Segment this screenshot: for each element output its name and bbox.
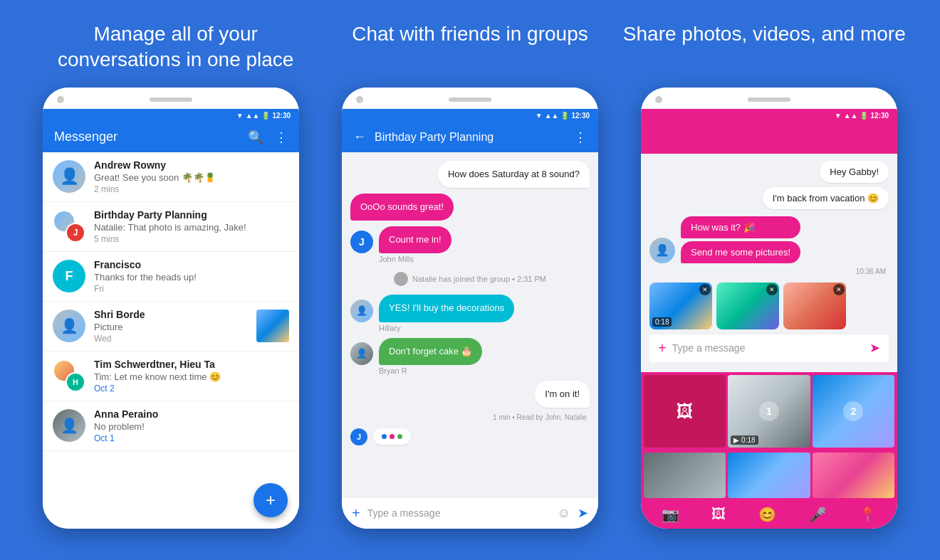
status-icons-3: ▼ ▲▲ 🔋 12:30 <box>835 112 889 120</box>
conv-info-anna: Anna Peraino No problem! Oct 1 <box>94 408 289 443</box>
gallery-row-2 <box>641 450 897 500</box>
media-thumb-2[interactable]: ✕ <box>716 282 779 329</box>
gallery-cell-5[interactable] <box>813 453 894 498</box>
conv-time: Wed <box>94 334 248 344</box>
gallery-cell-4[interactable] <box>728 453 810 498</box>
search-icon[interactable]: 🔍 <box>248 130 263 145</box>
location-icon[interactable]: 📍 <box>859 506 877 523</box>
chat-title: Birthday Party Planning <box>375 131 565 144</box>
gallery-cell-3[interactable] <box>644 453 726 498</box>
media-attachments: ✕ 0:18 ✕ ✕ <box>649 282 889 329</box>
clock: 12:30 <box>272 112 291 120</box>
msg-text: Don't forget cake 🎂 <box>379 338 482 365</box>
timestamp-3: 10:36 AM <box>649 268 889 275</box>
phones-section: ▼ ▲▲ 🔋 12:30 Messenger 🔍 ⋮ 👤 Andrew Row <box>0 88 940 560</box>
gallery-icon[interactable]: 🖼 <box>711 506 726 522</box>
msg-text: OoOo sounds great! <box>350 194 454 221</box>
msg-text: YES! I'll buy the decorations <box>379 295 514 322</box>
msg-text: I'm on it! <box>535 381 590 408</box>
add-icon-3[interactable]: + <box>658 340 667 356</box>
signal-icon: ▲▲ <box>246 112 260 120</box>
conv-item-francisco[interactable]: F Francisco Thanks for the heads up! Fri <box>43 252 299 302</box>
conv-name: Anna Peraino <box>94 408 289 420</box>
remove-media-3[interactable]: ✕ <box>833 284 845 295</box>
read-receipt: 1 min • Read by John, Natalie <box>350 413 590 421</box>
system-avatar <box>394 272 408 286</box>
mic-icon[interactable]: 🎤 <box>809 506 827 523</box>
camera-icon[interactable]: 📷 <box>662 506 679 523</box>
chat-messages-3: Hey Gabby! I'm back from vacation 😊 👤 Ho… <box>641 154 897 372</box>
msg-avatar-gabby: 👤 <box>649 238 675 263</box>
back-arrow[interactable]: ← <box>353 130 366 144</box>
camera-dot-3 <box>655 96 662 103</box>
msg-on-it: I'm on it! <box>350 381 590 408</box>
dot-3 <box>397 434 402 439</box>
phone-3-top <box>641 88 897 109</box>
gallery-duration-1: ▶ 0:18 <box>731 435 758 445</box>
msg-hey-gabby: Hey Gabby! <box>649 161 889 183</box>
msg-count-me-in: J Count me in! John Mills <box>350 226 590 263</box>
conv-time: Fri <box>94 284 289 294</box>
gif-icon[interactable]: 😊 <box>758 506 776 523</box>
camera-dot-2 <box>356 96 363 103</box>
media-thumb-1[interactable]: ✕ 0:18 <box>649 282 712 329</box>
emoji-icon[interactable]: ☺ <box>558 506 570 521</box>
conv-time: 2 mins <box>94 184 289 194</box>
conv-preview: Tim: Let me know next time 😊 <box>94 371 289 382</box>
input-bar-3: + Type a message ➤ <box>649 334 889 362</box>
clock-2: 12:30 <box>571 112 590 120</box>
add-icon[interactable]: + <box>352 505 360 522</box>
headline-3: Share photos, videos, and more <box>619 21 910 73</box>
conv-preview: No problem! <box>94 421 289 432</box>
phone-1: ▼ ▲▲ 🔋 12:30 Messenger 🔍 ⋮ 👤 Andrew Row <box>43 88 299 529</box>
input-placeholder-3[interactable]: Type a message <box>672 342 864 354</box>
gallery-num-1: 1 <box>759 401 779 421</box>
send-icon[interactable]: ➤ <box>578 505 588 521</box>
remove-media-2[interactable]: ✕ <box>766 284 778 295</box>
sender-name: Bryan R <box>379 366 590 375</box>
msg-text: I'm back from vacation 😊 <box>763 187 889 209</box>
conv-item-tim[interactable]: H Tim Schwerdtner, Hieu Ta Tim: Let me k… <box>43 352 299 401</box>
remove-media-1[interactable]: ✕ <box>699 284 711 295</box>
headline-1: Manage all of your conversations in one … <box>30 21 321 73</box>
conv-item-andrew[interactable]: 👤 Andrew Rowny Great! See you soon 🌴🌴🍍 2… <box>43 152 299 202</box>
conv-name: Shri Borde <box>94 309 248 320</box>
conv-item-shri[interactable]: 👤 Shri Borde Picture Wed <box>43 302 299 352</box>
header-icons: 🔍 ⋮ <box>248 130 288 145</box>
chat-more-icon[interactable]: ⋮ <box>574 130 587 145</box>
conv-name: Birthday Party Planning <box>94 209 289 221</box>
conv-preview: Natalie: That photo is amazing, Jake! <box>94 222 289 233</box>
battery-icon-2: 🔋 <box>560 112 569 120</box>
chat-input-placeholder[interactable]: Type a message <box>367 507 550 519</box>
conv-time: 5 mins <box>94 234 289 244</box>
avatar-anna: 👤 <box>53 409 85 442</box>
conv-info-tim: Tim Schwerdtner, Hieu Ta Tim: Let me kno… <box>94 359 289 393</box>
send-icon-3[interactable]: ➤ <box>870 340 880 356</box>
msg-saturday: How does Saturday at 8 sound? <box>350 161 590 188</box>
conv-thumbnail <box>256 310 289 342</box>
conv-preview: Picture <box>94 322 248 332</box>
msg-cake: 👤 Don't forget cake 🎂 Bryan R <box>350 338 590 375</box>
more-icon[interactable]: ⋮ <box>275 130 288 145</box>
conv-info-francisco: Francisco Thanks for the heads up! Fri <box>94 259 289 294</box>
conv-name: Francisco <box>94 259 289 270</box>
gallery-cell-2[interactable]: 2 <box>813 375 894 448</box>
conv-item-birthday[interactable]: J Birthday Party Planning Natalie: That … <box>43 202 299 252</box>
conv-item-anna[interactable]: 👤 Anna Peraino No problem! Oct 1 <box>43 401 299 451</box>
msg-text: Hey Gabby! <box>820 161 889 183</box>
avatar-birthday-group: J <box>53 210 85 243</box>
phone-2: ▼ ▲▲ 🔋 12:30 ← Birthday Party Planning ⋮… <box>342 88 598 529</box>
fab-compose[interactable]: + <box>254 483 288 517</box>
msg-how-was-it-group: 👤 How was it? 🎉 Send me some pictures! <box>649 216 889 263</box>
typing-avatar: J <box>350 428 367 445</box>
battery-icon: 🔋 <box>261 112 270 120</box>
media-thumb-3[interactable]: ✕ <box>783 282 846 329</box>
wifi-icon-3: ▼ <box>835 112 842 120</box>
chat-input-bar: + Type a message ☺ ➤ <box>342 497 598 529</box>
system-msg-natalie: Natalie has joined the group • 2:31 PM <box>350 269 590 289</box>
msg-avatar-hillary: 👤 <box>350 300 373 322</box>
gallery-cell-1[interactable]: 1 ▶ 0:18 <box>728 375 810 448</box>
gallery-camera-cell[interactable]: 🖼 <box>644 375 726 448</box>
conv-time: Oct 1 <box>94 433 289 443</box>
signal-icon-2: ▲▲ <box>545 112 559 120</box>
